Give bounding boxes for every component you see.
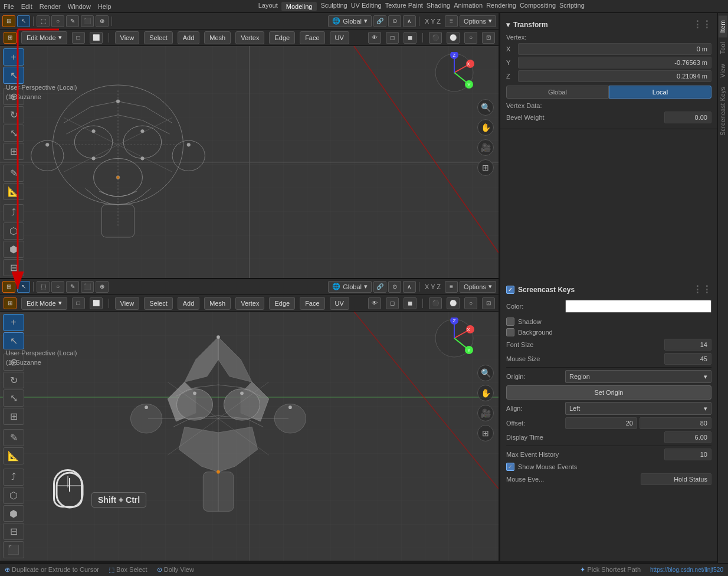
transform1-top[interactable]: ⊕: [96, 15, 109, 27]
shading1-bottom[interactable]: ◻: [386, 297, 399, 309]
grid-btn-top[interactable]: ⊞: [477, 159, 494, 176]
mesh-menu-bottom[interactable]: Mesh: [204, 297, 231, 310]
edit-mode-top[interactable]: Edit Mode ▾: [21, 31, 67, 44]
bevel-tool-bottom[interactable]: ⬢: [3, 505, 24, 522]
viewport-3d-top[interactable]: + ↖ ⊕ ↻ ⤡ ⊞ ✎ 📐 ⤴ ⬡ ⬢ ⊟: [0, 46, 499, 279]
workspace-icon-top[interactable]: ⊞: [4, 32, 17, 44]
proportional-bottom[interactable]: ⊙: [388, 281, 401, 293]
mode-icon-bottom[interactable]: ⊞: [2, 281, 15, 293]
face-menu-top[interactable]: Face: [300, 31, 324, 44]
menu-file[interactable]: File: [4, 3, 14, 10]
sk-enabled-checkbox[interactable]: ✓: [506, 286, 514, 294]
global-dropdown-top[interactable]: 🌐 Global ▾: [328, 15, 372, 27]
local-btn[interactable]: Local: [609, 86, 711, 99]
overlay-top[interactable]: ∧: [403, 15, 416, 27]
tab-modeling[interactable]: Modeling: [281, 2, 317, 11]
tab-animation[interactable]: Animation: [454, 2, 483, 11]
sk-offset-y-input[interactable]: 80: [640, 417, 711, 429]
snap-top[interactable]: 🔗: [373, 15, 386, 27]
z-input[interactable]: 0.21094 m: [518, 70, 711, 82]
mesh-menu-top[interactable]: Mesh: [204, 31, 231, 44]
sk-mousesize-input[interactable]: 45: [664, 353, 711, 365]
sk-color-swatch[interactable]: [565, 300, 711, 313]
pan-btn-top[interactable]: ✋: [477, 119, 494, 136]
select-box-tool-bottom[interactable]: ↖: [3, 332, 24, 349]
sk-background-checkbox[interactable]: [506, 328, 514, 336]
sk-set-origin-btn[interactable]: Set Origin: [506, 385, 711, 400]
loopcut-tool-bottom[interactable]: ⊟: [3, 523, 24, 540]
annotate-tool-bottom[interactable]: ✎: [3, 429, 24, 446]
select-menu-top[interactable]: Select: [144, 31, 173, 44]
sk-offset-x-input[interactable]: 20: [565, 417, 637, 429]
cursor-tool-bottom[interactable]: +: [3, 314, 24, 331]
nav-gizmo-bottom[interactable]: X Y Z: [434, 318, 475, 359]
y-input[interactable]: -0.76563 m: [518, 57, 711, 68]
view-mode2[interactable]: ⚪: [447, 32, 460, 44]
uv-menu-bottom[interactable]: UV: [330, 297, 349, 310]
measure-tool-bottom[interactable]: 📐: [3, 447, 24, 464]
sk-displaytime-input[interactable]: 6.00: [664, 431, 711, 443]
menu-edit[interactable]: Edit: [21, 3, 32, 10]
face-menu-bottom[interactable]: Face: [300, 297, 324, 310]
inset-tool-bottom[interactable]: ⬡: [3, 487, 24, 504]
tab-texture-paint[interactable]: Texture Paint: [385, 2, 423, 11]
proportional-top[interactable]: ⊙: [388, 15, 401, 27]
menu-render[interactable]: Render: [40, 3, 61, 10]
view-mode2b[interactable]: ⚪: [447, 297, 460, 309]
pan-btn-bottom[interactable]: ✋: [477, 385, 494, 401]
tab-compositing[interactable]: Compositing: [520, 2, 556, 11]
viewport-3d-bottom[interactable]: + ↖ ⊕ ↻ ⤡ ⊞ ✎ 📐 ⤴ ⬡ ⬢ ⊟ ⬛: [0, 312, 499, 561]
transform-arrow[interactable]: ▾: [506, 21, 510, 29]
options-top[interactable]: ≡: [445, 15, 458, 27]
transform-tool-bottom[interactable]: ⊞: [3, 408, 24, 425]
box-select-bottom[interactable]: ⬚: [37, 281, 50, 293]
view-menu-bottom[interactable]: View: [115, 297, 140, 310]
tab-uv-editing[interactable]: UV Editing: [351, 2, 382, 11]
extrude-tool-bottom[interactable]: ⤴: [3, 469, 24, 486]
circle-select-top[interactable]: ○: [51, 15, 64, 27]
extra-select-bottom[interactable]: ⬛: [81, 281, 94, 293]
shading2-top[interactable]: ◼: [404, 32, 417, 44]
sk-holdstatus-val[interactable]: Hold Status: [641, 473, 711, 485]
viewport-separator[interactable]: [0, 278, 499, 279]
transform1-bottom[interactable]: ⊕: [96, 281, 109, 293]
shading1-top[interactable]: ◻: [386, 32, 399, 44]
sk-maxevent-input[interactable]: 10: [664, 449, 711, 460]
options-dropdown-top[interactable]: Options ▾: [460, 15, 496, 27]
uv-menu-top[interactable]: UV: [330, 31, 349, 44]
tab-layout[interactable]: Layout: [258, 2, 278, 11]
box-select-top[interactable]: ⬚: [37, 15, 50, 27]
sk-options[interactable]: ⋮⋮: [693, 284, 711, 295]
view-mode4[interactable]: ⊡: [482, 32, 495, 44]
side-tab-screencast[interactable]: Screencast Keys: [719, 82, 727, 140]
x-input[interactable]: 0 m: [518, 43, 711, 55]
side-tab-item[interactable]: Item: [719, 15, 727, 37]
edge-menu-top[interactable]: Edge: [269, 31, 295, 44]
overlay-icon-top[interactable]: □: [72, 32, 85, 44]
transform-options[interactable]: ⋮⋮: [693, 19, 711, 30]
shading2-bottom[interactable]: ◼: [404, 297, 417, 309]
scale-tool-bottom[interactable]: ⤡: [3, 390, 24, 407]
mode-icon-top[interactable]: ⊞: [2, 15, 15, 27]
options-dropdown-bottom[interactable]: Options ▾: [460, 281, 496, 293]
camera-btn-top[interactable]: 🎥: [477, 139, 494, 156]
view-menu-top[interactable]: View: [115, 31, 140, 44]
add-menu-bottom[interactable]: Add: [178, 297, 200, 310]
global-dropdown-bottom[interactable]: 🌐 Global ▾: [328, 281, 372, 293]
lasso-select-top[interactable]: ✎: [66, 15, 79, 27]
sk-fontsize-input[interactable]: 14: [664, 339, 711, 351]
global-btn[interactable]: Global: [506, 86, 609, 99]
sk-align-dropdown[interactable]: Left ▾: [565, 402, 711, 415]
tab-shading[interactable]: Shading: [427, 2, 450, 11]
options-bottom[interactable]: ≡: [445, 281, 458, 293]
view-mode1[interactable]: ⚫: [429, 32, 442, 44]
nav-gizmo-top[interactable]: X Y Z: [434, 52, 475, 93]
side-tab-tool[interactable]: Tool: [719, 37, 727, 58]
overlay-bottom[interactable]: ∧: [403, 281, 416, 293]
select-tool-bottom[interactable]: ↖: [17, 281, 30, 293]
view-mode4b[interactable]: ⊡: [482, 297, 495, 309]
rotate-tool-bottom[interactable]: ↻: [3, 372, 24, 389]
menu-help[interactable]: Help: [98, 3, 112, 10]
view-mode3b[interactable]: ○: [464, 297, 477, 309]
viewport-shading-bottom[interactable]: 👁: [368, 297, 381, 309]
